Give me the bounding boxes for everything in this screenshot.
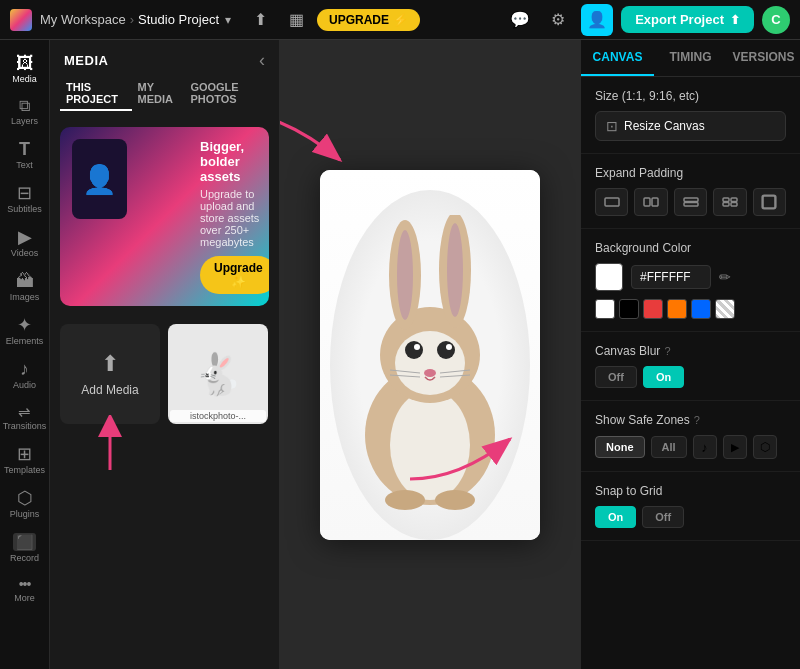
expand-split-h-button[interactable] xyxy=(674,188,707,216)
tab-my-media[interactable]: MY MEDIA xyxy=(132,77,185,111)
sidebar-label-layers: Layers xyxy=(11,116,38,126)
tab-google-photos[interactable]: GOOGLE PHOTOS xyxy=(184,77,269,111)
svg-point-1 xyxy=(390,390,470,500)
record-icon: ⬛ xyxy=(13,533,36,551)
media-grid: ⬆ Add Media 🐇 istoc xyxy=(50,314,279,669)
color-swatches xyxy=(595,299,786,319)
comment-button[interactable]: 💬 xyxy=(505,5,535,35)
safe-zones-youtube[interactable]: ▶ xyxy=(723,435,747,459)
sidebar-label-templates: Templates xyxy=(4,465,45,475)
sidebar-item-audio[interactable]: ♪ Audio xyxy=(3,354,47,396)
dropdown-icon[interactable]: ▾ xyxy=(225,13,231,27)
workspace-label[interactable]: My Workspace xyxy=(40,12,126,27)
canvas-blur-section: Canvas Blur ? Off On xyxy=(581,332,800,401)
add-media-label: Add Media xyxy=(81,383,138,397)
canvas-blur-on[interactable]: On xyxy=(643,366,684,388)
safe-zones-title: Show Safe Zones ? xyxy=(595,413,786,427)
expand-fill-button[interactable] xyxy=(595,188,628,216)
expand-split-v-button[interactable] xyxy=(634,188,667,216)
upgrade-lightning: ⚡ xyxy=(393,13,408,27)
templates-icon: ⊞ xyxy=(17,445,32,463)
snap-grid-on[interactable]: On xyxy=(595,506,636,528)
swatch-transparent[interactable] xyxy=(715,299,735,319)
media-thumbnail[interactable]: 🐇 istockphoto-... xyxy=(168,324,268,424)
sidebar-item-images[interactable]: 🏔 Images xyxy=(3,266,47,308)
bg-color-title: Background Color xyxy=(595,241,786,255)
sidebar-item-layers[interactable]: ⧉ Layers xyxy=(3,92,47,132)
svg-point-10 xyxy=(437,341,455,359)
snap-grid-section: Snap to Grid On Off xyxy=(581,472,800,541)
sidebar-item-record[interactable]: ⬛ Record xyxy=(3,527,47,569)
svg-rect-26 xyxy=(723,203,729,207)
color-edit-button[interactable]: ✏ xyxy=(719,269,731,285)
tab-canvas[interactable]: CANVAS xyxy=(581,40,654,76)
canvas-oval xyxy=(330,190,530,540)
canvas-preview xyxy=(320,170,540,540)
sidebar-item-subtitles[interactable]: ⊟ Subtitles xyxy=(3,178,47,220)
sidebar-item-templates[interactable]: ⊞ Templates xyxy=(3,439,47,481)
swatch-orange[interactable] xyxy=(667,299,687,319)
upload-button[interactable]: ⬆ xyxy=(245,5,275,35)
upgrade-card-button[interactable]: Upgrade ✨ xyxy=(200,256,269,294)
canvas-blur-toggle: Off On xyxy=(595,366,786,388)
media-panel-header: MEDIA ‹ xyxy=(50,40,279,77)
resize-canvas-button[interactable]: ⊡ Resize Canvas xyxy=(595,111,786,141)
svg-point-6 xyxy=(447,223,463,317)
svg-point-8 xyxy=(405,341,423,359)
sidebar-item-text[interactable]: T Text xyxy=(3,134,47,176)
canvas-blur-help[interactable]: ? xyxy=(664,345,670,357)
tab-timing[interactable]: TIMING xyxy=(654,40,727,76)
size-row: ⊡ Resize Canvas xyxy=(595,111,786,141)
topbar-actions: ⬆ ▦ UPGRADE ⚡ xyxy=(245,5,420,35)
audio-icon: ♪ xyxy=(20,360,29,378)
canvas-blur-off[interactable]: Off xyxy=(595,366,637,388)
app-logo[interactable] xyxy=(10,9,32,31)
safe-zones-instagram[interactable]: ⬡ xyxy=(753,435,777,459)
swatch-red[interactable] xyxy=(643,299,663,319)
canvas-area[interactable] xyxy=(280,40,580,669)
images-icon: 🏔 xyxy=(16,272,34,290)
export-button[interactable]: Export Project ⬆ xyxy=(621,6,754,33)
expand-square-button[interactable] xyxy=(753,188,786,216)
sidebar-item-media[interactable]: 🖼 Media xyxy=(3,48,47,90)
safe-zones-help[interactable]: ? xyxy=(694,414,700,426)
export-icon: ⬆ xyxy=(730,13,740,27)
expand-section: Expand Padding xyxy=(581,154,800,229)
safe-zones-all[interactable]: All xyxy=(651,436,687,458)
present-button[interactable]: 👤 xyxy=(581,4,613,36)
upgrade-button[interactable]: UPGRADE ⚡ xyxy=(317,9,420,31)
tab-this-project[interactable]: THIS PROJECT xyxy=(60,77,132,111)
add-media-button[interactable]: ⬆ Add Media xyxy=(60,324,160,424)
tab-versions[interactable]: VERSIONS xyxy=(727,40,800,76)
sidebar-label-audio: Audio xyxy=(13,380,36,390)
sidebar-item-elements[interactable]: ✦ Elements xyxy=(3,310,47,352)
snap-grid-title: Snap to Grid xyxy=(595,484,786,498)
media-panel-close-button[interactable]: ‹ xyxy=(259,50,265,71)
swatch-black[interactable] xyxy=(619,299,639,319)
right-panel-tabs: CANVAS TIMING VERSIONS xyxy=(581,40,800,77)
canvas-blur-title: Canvas Blur ? xyxy=(595,344,786,358)
avatar[interactable]: C xyxy=(762,6,790,34)
swatch-white[interactable] xyxy=(595,299,615,319)
storyboard-button[interactable]: ▦ xyxy=(281,5,311,35)
project-label[interactable]: Studio Project xyxy=(138,12,219,27)
sidebar-item-transitions[interactable]: ⇌ Transitions xyxy=(3,398,47,437)
bg-color-swatch[interactable] xyxy=(595,263,623,291)
safe-zones-row: None All ♪ ▶ ⬡ xyxy=(595,435,786,459)
safe-zones-none[interactable]: None xyxy=(595,436,645,458)
svg-rect-23 xyxy=(684,203,698,207)
settings-button[interactable]: ⚙ xyxy=(543,5,573,35)
snap-grid-off[interactable]: Off xyxy=(642,506,684,528)
svg-rect-25 xyxy=(731,198,737,202)
upgrade-card-title: Bigger, bolder assets xyxy=(200,139,269,184)
expand-both-button[interactable] xyxy=(713,188,746,216)
swatch-blue[interactable] xyxy=(691,299,711,319)
annotation-arrow-add xyxy=(90,415,130,474)
safe-zones-tiktok[interactable]: ♪ xyxy=(693,435,717,459)
sidebar-item-more[interactable]: ••• More xyxy=(3,571,47,609)
svg-point-9 xyxy=(414,344,420,350)
sidebar-item-videos[interactable]: ▶ Videos xyxy=(3,222,47,264)
sidebar-item-plugins[interactable]: ⬡ Plugins xyxy=(3,483,47,525)
size-section: Size (1:1, 9:16, etc) ⊡ Resize Canvas xyxy=(581,77,800,154)
bg-color-input[interactable] xyxy=(631,265,711,289)
